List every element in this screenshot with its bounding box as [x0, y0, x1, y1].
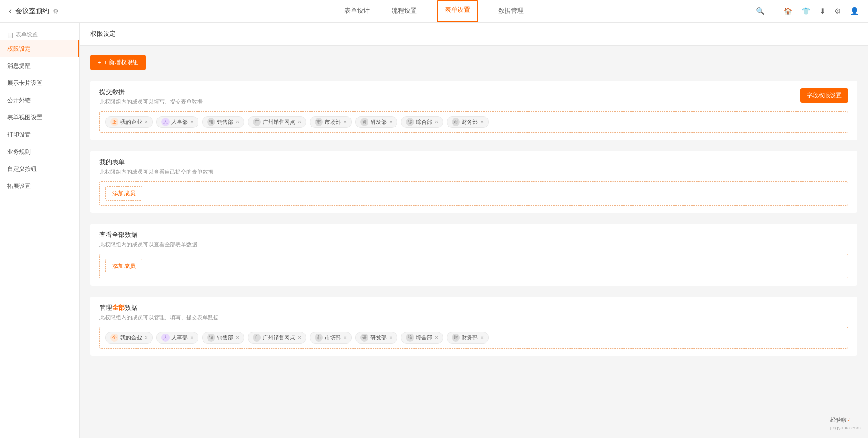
- nav-divider: [774, 7, 774, 16]
- tab-data-manage[interactable]: 数据管理: [496, 0, 525, 22]
- viewall-section-desc: 此权限组内的成员可以查看全部表单数据: [99, 241, 848, 249]
- myform-section-desc: 此权限组内的成员可以查看自己提交的表单数据: [99, 168, 848, 176]
- back-button[interactable]: ‹: [9, 6, 12, 16]
- submit-tags-container: 企 我的企业 × 人 人事部 × 销 销售部 × 广: [99, 111, 848, 133]
- sidebar-item-custom-button[interactable]: 自定义按钮: [0, 160, 79, 178]
- tag-general2: 综 综合部 ×: [401, 332, 443, 344]
- perm-section-viewall: 查看全部数据 此权限组内的成员可以查看全部表单数据 添加成员: [90, 224, 857, 286]
- tag-close-icon[interactable]: ×: [190, 119, 193, 125]
- sidebar-item-public-link[interactable]: 公开外链: [0, 92, 79, 109]
- tag-close-icon[interactable]: ×: [236, 119, 239, 125]
- tag-label: 研发部: [370, 118, 387, 126]
- tag-close-icon[interactable]: ×: [236, 334, 239, 341]
- gear-icon[interactable]: ⚙: [835, 7, 841, 15]
- tag-icon-finance: 财: [452, 118, 460, 126]
- tag-sales: 销 销售部 ×: [202, 116, 244, 128]
- main-content: 权限设定 + + 新增权限组 字段权限设置 提交数据 此权限组内的成员可以填写、…: [80, 23, 868, 438]
- tag-icon-hr: 人: [161, 118, 170, 126]
- tag-label: 人事部: [171, 118, 188, 126]
- setting-icon[interactable]: ⚙: [53, 7, 59, 15]
- plus-icon: +: [98, 59, 101, 66]
- sidebar-item-business-rules[interactable]: 业务规则: [0, 143, 79, 160]
- tag-icon-sales2: 销: [207, 334, 215, 342]
- tag-label: 市场部: [325, 118, 341, 126]
- tag-myenterprise: 企 我的企业 ×: [105, 116, 153, 128]
- manageall-section-desc: 此权限组内的成员可以管理、填写、提交表单数据: [99, 314, 848, 321]
- tag-close-icon[interactable]: ×: [298, 119, 301, 125]
- myform-section-title: 我的表单: [99, 158, 848, 166]
- sidebar-item-permissions[interactable]: 权限设定: [0, 40, 79, 57]
- user-avatar-icon[interactable]: 👤: [850, 7, 859, 15]
- tag-close-icon[interactable]: ×: [298, 334, 301, 341]
- nav-tabs: 表单设计 流程设置 表单设置 数据管理: [343, 0, 525, 22]
- tag-icon-enterprise: 企: [110, 118, 118, 126]
- shirt-icon[interactable]: 👕: [802, 7, 811, 15]
- sidebar-item-notifications[interactable]: 消息提醒: [0, 57, 79, 75]
- tag-finance: 财 财务部 ×: [447, 116, 489, 128]
- tab-form-setting[interactable]: 表单设置: [437, 0, 478, 22]
- manageall-tags-container: 企 我的企业 × 人 人事部 × 销 销售部 × 广: [99, 327, 848, 349]
- add-member-button-myform[interactable]: 添加成员: [105, 186, 142, 201]
- sidebar-item-extensions[interactable]: 拓展设置: [0, 178, 79, 195]
- tab-form-design[interactable]: 表单设计: [343, 0, 372, 22]
- tag-market: 市 市场部 ×: [310, 116, 352, 128]
- content-header: 权限设定: [80, 23, 868, 46]
- tag-close-icon[interactable]: ×: [481, 119, 484, 125]
- perm-section-submit: 字段权限设置 提交数据 此权限组内的成员可以填写、提交表单数据 企 我的企业 ×…: [90, 81, 857, 140]
- top-nav: ‹ 会议室预约 ⚙ 表单设计 流程设置 表单设置 数据管理 🔍 🏠 👕 ⬇ ⚙ …: [0, 0, 868, 23]
- tag-close-icon[interactable]: ×: [389, 119, 392, 125]
- home-icon[interactable]: 🏠: [783, 7, 793, 15]
- tag-finance2: 财 财务部 ×: [447, 332, 489, 344]
- manageall-section-title: 管理全部数据: [99, 304, 848, 312]
- sidebar-section-title: ▤ 表单设置: [0, 27, 79, 40]
- tag-close-icon[interactable]: ×: [481, 334, 484, 341]
- search-icon[interactable]: 🔍: [756, 7, 765, 15]
- myform-tags-container[interactable]: 添加成员: [99, 181, 848, 206]
- field-perm-button[interactable]: 字段权限设置: [800, 88, 848, 103]
- tag-label: 综合部: [416, 118, 432, 126]
- tag-close-icon[interactable]: ×: [389, 334, 392, 341]
- submit-section-desc: 此权限组内的成员可以填写、提交表单数据: [99, 98, 848, 106]
- viewall-section-title: 查看全部数据: [99, 231, 848, 239]
- manage-title-suffix: 数据: [125, 304, 137, 311]
- nav-right: 🔍 🏠 👕 ⬇ ⚙ 👤: [756, 7, 859, 16]
- tag-close-icon[interactable]: ×: [190, 334, 193, 341]
- tag-icon-sales: 销: [207, 118, 215, 126]
- tag-gz-sales: 广 广州销售网点 ×: [248, 116, 306, 128]
- tag-icon-general2: 综: [406, 334, 414, 342]
- tag-label: 我的企业: [120, 118, 142, 126]
- download-icon[interactable]: ⬇: [820, 7, 826, 15]
- tag-close-icon[interactable]: ×: [145, 334, 148, 341]
- tag-rd2: 研 研发部 ×: [355, 332, 397, 344]
- tag-label: 广州销售网点: [263, 334, 295, 342]
- tab-flow-setting[interactable]: 流程设置: [390, 0, 419, 22]
- sidebar-item-form-view[interactable]: 表单视图设置: [0, 109, 79, 126]
- tag-close-icon[interactable]: ×: [145, 119, 148, 125]
- form-icon: ▤: [7, 31, 13, 38]
- tag-icon-market: 市: [315, 118, 323, 126]
- sidebar-item-print[interactable]: 打印设置: [0, 126, 79, 143]
- submit-section-title: 提交数据: [99, 88, 848, 96]
- add-permission-group-button[interactable]: + + 新增权限组: [90, 55, 146, 70]
- tag-gz-sales2: 广 广州销售网点 ×: [248, 332, 306, 344]
- page-title: 权限设定: [90, 30, 116, 38]
- tag-close-icon[interactable]: ×: [435, 334, 438, 341]
- add-member-button-viewall[interactable]: 添加成员: [105, 259, 142, 273]
- perm-section-myform: 我的表单 此权限组内的成员可以查看自己提交的表单数据 添加成员: [90, 151, 857, 213]
- sidebar-item-card-display[interactable]: 展示卡片设置: [0, 75, 79, 92]
- manage-title-prefix: 管理: [99, 304, 112, 311]
- tag-rd: 研 研发部 ×: [355, 116, 397, 128]
- tag-label: 销售部: [217, 118, 233, 126]
- tag-icon-gz2: 广: [253, 334, 261, 342]
- manage-title-highlight: 全部: [112, 304, 125, 311]
- tag-close-icon[interactable]: ×: [435, 119, 438, 125]
- tag-close-icon[interactable]: ×: [344, 119, 347, 125]
- tag-market2: 市 市场部 ×: [310, 332, 352, 344]
- tag-icon-market2: 市: [315, 334, 323, 342]
- watermark: 经验啦✓ jingyania.com: [830, 416, 861, 431]
- tag-close-icon[interactable]: ×: [344, 334, 347, 341]
- viewall-tags-container[interactable]: 添加成员: [99, 254, 848, 278]
- tag-icon-general: 综: [406, 118, 414, 126]
- nav-left: ‹ 会议室预约 ⚙: [9, 6, 59, 16]
- perm-section-manageall: 管理全部数据 此权限组内的成员可以管理、填写、提交表单数据 企 我的企业 × 人…: [90, 297, 857, 356]
